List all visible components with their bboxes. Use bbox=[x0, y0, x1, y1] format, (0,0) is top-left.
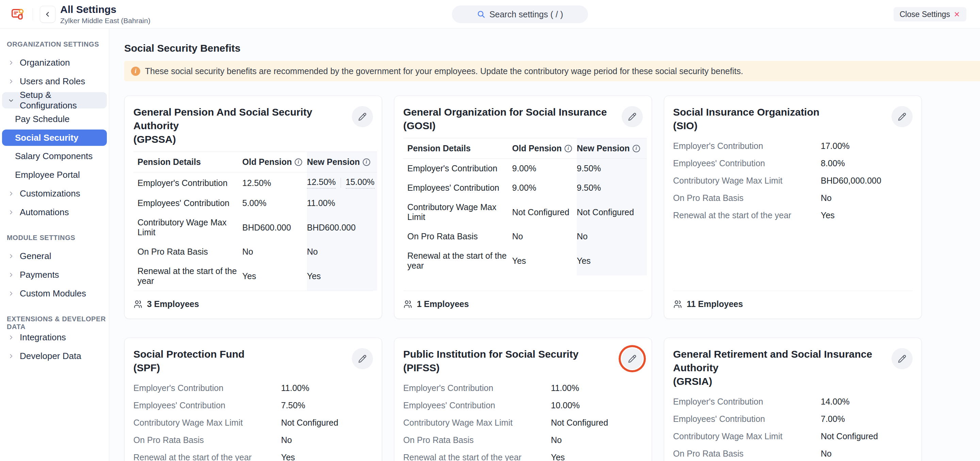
employees-icon bbox=[673, 299, 682, 309]
card-sio: Social Insurance Organization (SIO) Empl… bbox=[664, 95, 922, 319]
card-title: Social Insurance Organization (SIO) bbox=[673, 105, 819, 133]
list-item: On Pro Rata Basis No bbox=[403, 431, 643, 449]
top-bar: All Settings Zylker Middle East (Bahrain… bbox=[0, 0, 980, 29]
topbar-divider bbox=[33, 8, 33, 21]
card-gosi: General Organization for Social Insuranc… bbox=[394, 95, 652, 319]
info-circle-icon[interactable]: i bbox=[295, 158, 302, 166]
list-item: Employer's Contribution 14.00% bbox=[673, 393, 913, 410]
search-settings-input[interactable]: Search settings ( / ) bbox=[452, 5, 588, 23]
card-name: General Pension And Social Security Auth… bbox=[134, 105, 352, 133]
search-icon bbox=[477, 10, 485, 19]
card-name: Social Protection Fund bbox=[134, 347, 245, 361]
sidebar-item-label: General bbox=[20, 251, 51, 261]
close-settings-button[interactable]: Close Settings bbox=[894, 7, 966, 21]
edit-grsia-button[interactable] bbox=[891, 348, 913, 369]
list-item: Employees' Contribution 8.00% bbox=[673, 155, 913, 172]
edit-pencil-icon bbox=[628, 354, 637, 363]
edit-pencil-icon bbox=[358, 112, 367, 121]
col-pension-details: Pension Details bbox=[134, 152, 242, 173]
chevron-right-icon bbox=[8, 334, 14, 340]
sidebar-item-label: Payments bbox=[20, 269, 59, 280]
edit-pencil-icon bbox=[898, 354, 907, 363]
col-old-pension: Old Pension i bbox=[242, 152, 307, 173]
table-row: Employer's Contribution 12.50% 12.50% 15… bbox=[134, 173, 377, 193]
sidebar-item-integrations[interactable]: Integrations bbox=[0, 328, 109, 347]
sidebar-item-label: Developer Data bbox=[20, 351, 81, 361]
card-title: General Retirement and Social Insurance … bbox=[673, 347, 891, 388]
list-item: Contributory Wage Max Limit BHD60,000.00… bbox=[673, 172, 913, 189]
card-title: General Pension And Social Security Auth… bbox=[134, 105, 352, 146]
sidebar-item-setup-configurations[interactable]: Setup & Configurations bbox=[2, 92, 107, 108]
back-button[interactable] bbox=[40, 6, 56, 23]
employees-icon bbox=[403, 299, 412, 309]
new-rate-b[interactable]: 15.00% bbox=[346, 177, 375, 189]
table-row: On Pro Rata Basis No No bbox=[403, 227, 647, 246]
edit-gosi-button[interactable] bbox=[622, 106, 643, 127]
sidebar-item-label: Setup & Configurations bbox=[20, 90, 107, 111]
page-title: Social Security Benefits bbox=[124, 41, 980, 55]
chevron-right-icon bbox=[8, 253, 14, 259]
card-title: Public Institution for Social Security (… bbox=[403, 347, 579, 375]
sidebar-item-employee-portal[interactable]: Employee Portal bbox=[0, 166, 109, 184]
main-content: Social Security Benefits i These social … bbox=[109, 29, 980, 461]
payroll-logo-icon bbox=[10, 6, 26, 22]
settings-sidebar: ORGANIZATION SETTINGS Organization Users… bbox=[0, 29, 109, 461]
sidebar-item-salary-components[interactable]: Salary Components bbox=[0, 147, 109, 166]
table-row: Contributory Wage Max Limit BHD600.000 B… bbox=[134, 213, 377, 242]
sidebar-item-organization[interactable]: Organization bbox=[0, 53, 109, 72]
sidebar-item-users-and-roles[interactable]: Users and Roles bbox=[0, 72, 109, 91]
benefit-cards-grid: General Pension And Social Security Auth… bbox=[124, 95, 980, 461]
close-settings-label: Close Settings bbox=[900, 10, 950, 19]
sidebar-item-developer-data[interactable]: Developer Data bbox=[0, 347, 109, 366]
table-row: On Pro Rata Basis No No bbox=[134, 242, 377, 261]
info-circle-icon[interactable]: i bbox=[363, 158, 370, 166]
card-spf: Social Protection Fund (SPF) Employer's … bbox=[124, 337, 382, 461]
benefit-details-list: Employer's Contribution 11.00% Employees… bbox=[403, 379, 643, 461]
list-item: Renewal at the start of the year Yes bbox=[673, 207, 913, 224]
table-row: Employees' Contribution 5.00% 11.00% bbox=[134, 193, 377, 213]
edit-sio-button[interactable] bbox=[891, 106, 913, 127]
card-name: General Organization for Social Insuranc… bbox=[403, 105, 607, 119]
col-old-pension: Old Pension i bbox=[512, 138, 577, 159]
info-circle-icon[interactable]: i bbox=[633, 145, 640, 152]
employees-count: 3 Employees bbox=[134, 291, 373, 309]
chevron-right-icon bbox=[8, 60, 14, 66]
sidebar-item-automations[interactable]: Automations bbox=[0, 203, 109, 222]
sidebar-item-pay-schedule[interactable]: Pay Schedule bbox=[0, 110, 109, 128]
sidebar-item-label: Custom Modules bbox=[20, 288, 86, 299]
org-name: Zylker Middle East (Bahrain) bbox=[60, 17, 150, 25]
card-abbr: (GPSSA) bbox=[134, 133, 352, 146]
edit-gpssa-button[interactable] bbox=[352, 106, 373, 127]
list-item: Employer's Contribution 11.00% bbox=[403, 379, 643, 397]
back-chevron-icon bbox=[44, 11, 51, 18]
sidebar-item-label: Automations bbox=[20, 207, 69, 218]
sidebar-item-label: Integrations bbox=[20, 332, 66, 343]
sidebar-item-custom-modules[interactable]: Custom Modules bbox=[0, 284, 109, 303]
card-abbr: (SIO) bbox=[673, 119, 819, 133]
list-item: Employer's Contribution 17.00% bbox=[673, 137, 913, 155]
card-name: Public Institution for Social Security bbox=[403, 347, 579, 361]
edit-spf-button[interactable] bbox=[352, 348, 373, 369]
new-rate-a[interactable]: 12.50% bbox=[307, 177, 336, 189]
edit-pifss-button[interactable] bbox=[622, 348, 643, 369]
dual-rate-cell: 12.50% 15.00% bbox=[307, 177, 375, 189]
table-row: Renewal at the start of the year Yes Yes bbox=[403, 246, 647, 276]
sidebar-item-payments[interactable]: Payments bbox=[0, 266, 109, 284]
card-name: General Retirement and Social Insurance … bbox=[673, 347, 891, 375]
card-title: General Organization for Social Insuranc… bbox=[403, 105, 607, 133]
list-item: Renewal at the start of the year Yes bbox=[134, 449, 373, 461]
sidebar-item-customizations[interactable]: Customizations bbox=[0, 184, 109, 203]
card-name: Social Insurance Organization bbox=[673, 105, 819, 119]
pension-table: Pension Details Old Pension i New Pensio… bbox=[403, 138, 647, 276]
chevron-right-icon bbox=[8, 291, 14, 296]
list-item: On Pro Rata Basis No bbox=[134, 431, 373, 449]
section-extensions-developer-data: EXTENSIONS & DEVELOPER DATA bbox=[0, 315, 109, 324]
sidebar-item-social-security[interactable]: Social Security bbox=[2, 130, 107, 146]
table-row: Employees' Contribution 9.00% 9.50% bbox=[403, 178, 647, 198]
card-title: Social Protection Fund (SPF) bbox=[134, 347, 245, 375]
search-placeholder: Search settings ( / ) bbox=[489, 10, 563, 19]
info-circle-icon[interactable]: i bbox=[565, 145, 572, 152]
list-item: Employees' Contribution 7.00% bbox=[673, 410, 913, 428]
list-item: Employer's Contribution 11.00% bbox=[134, 379, 373, 397]
sidebar-item-general[interactable]: General bbox=[0, 247, 109, 266]
